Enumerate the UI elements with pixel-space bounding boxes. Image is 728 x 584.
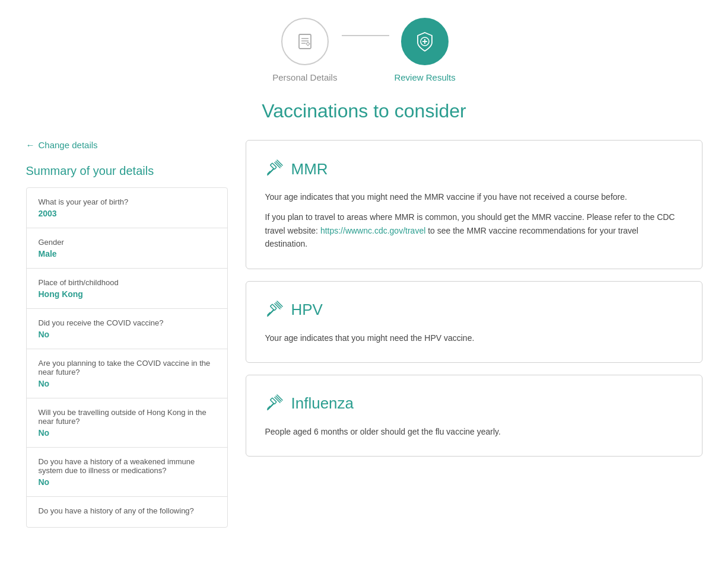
vaccine-paragraph: People aged 6 months or older should get… bbox=[265, 425, 683, 438]
stepper: Personal Details Review Results bbox=[0, 0, 728, 88]
step-label-personal: Personal Details bbox=[272, 72, 337, 82]
summary-item: Place of birth/childhood Hong Kong bbox=[27, 269, 227, 309]
change-details-link[interactable]: ← Change details bbox=[26, 140, 228, 150]
summary-question: Will you be travelling outside of Hong K… bbox=[39, 408, 215, 426]
svg-line-19 bbox=[268, 310, 274, 315]
summary-question: Did you receive the COVID vaccine? bbox=[39, 318, 215, 327]
vaccine-header-hpv: HPV bbox=[265, 299, 683, 321]
summary-title: Summary of your details bbox=[26, 164, 228, 178]
step-circle-review bbox=[401, 18, 449, 65]
svg-line-12 bbox=[268, 169, 274, 174]
summary-question: Are you planning to take the COVID vacci… bbox=[39, 359, 215, 376]
vaccine-paragraph: Your age indicates that you might need t… bbox=[265, 190, 683, 203]
summary-card: What is your year of birth? 2003 Gender … bbox=[26, 187, 228, 528]
vaccine-body-hpv: Your age indicates that you might need t… bbox=[265, 331, 683, 344]
summary-question: Gender bbox=[39, 238, 215, 247]
vaccine-card-mmr: MMR Your age indicates that you might ne… bbox=[246, 140, 702, 269]
arrow-left-icon: ← bbox=[26, 140, 35, 150]
summary-answer: 2003 bbox=[39, 209, 215, 218]
vaccine-paragraph: Your age indicates that you might need t… bbox=[265, 331, 683, 344]
vaccine-paragraph: If you plan to travel to areas where MMR… bbox=[265, 210, 683, 250]
summary-item: Do you have a history of any of the foll… bbox=[27, 497, 227, 527]
step-review-results: Review Results bbox=[394, 18, 455, 82]
syringe-icon bbox=[265, 158, 284, 180]
syringe-icon bbox=[265, 393, 284, 414]
summary-item: Do you have a history of a weakened immu… bbox=[27, 448, 227, 497]
summary-item: Will you be travelling outside of Hong K… bbox=[27, 398, 227, 448]
vaccine-name-influenza: Influenza bbox=[291, 394, 354, 413]
vaccine-header-mmr: MMR bbox=[265, 158, 683, 180]
step-circle-personal bbox=[281, 18, 329, 65]
summary-item: Are you planning to take the COVID vacci… bbox=[27, 349, 227, 398]
vaccine-name-mmr: MMR bbox=[291, 160, 328, 178]
vaccine-body-mmr: Your age indicates that you might need t… bbox=[265, 190, 683, 251]
step-connector bbox=[342, 35, 389, 36]
vaccine-link-mmr[interactable]: https://wwwnc.cdc.gov/travel bbox=[320, 226, 425, 235]
main-layout: ← Change details Summary of your details… bbox=[14, 140, 714, 528]
review-results-icon bbox=[413, 30, 437, 53]
syringe-icon bbox=[265, 299, 284, 321]
summary-question: Do you have a history of a weakened immu… bbox=[39, 457, 215, 475]
summary-item: What is your year of birth? 2003 bbox=[27, 188, 227, 228]
vaccine-name-hpv: HPV bbox=[291, 301, 323, 319]
summary-question: Place of birth/childhood bbox=[39, 278, 215, 287]
step-personal-details: Personal Details bbox=[272, 18, 337, 82]
svg-rect-0 bbox=[299, 34, 311, 49]
vaccines-section: MMR Your age indicates that you might ne… bbox=[246, 140, 702, 528]
summary-answer: Hong Kong bbox=[39, 289, 215, 299]
summary-question: Do you have a history of any of the foll… bbox=[39, 506, 215, 515]
summary-answer: No bbox=[39, 477, 215, 487]
sidebar: ← Change details Summary of your details… bbox=[26, 140, 228, 528]
svg-line-26 bbox=[268, 404, 274, 409]
summary-answer: No bbox=[39, 428, 215, 438]
summary-answer: No bbox=[39, 330, 215, 339]
summary-item: Gender Male bbox=[27, 228, 227, 269]
personal-details-icon bbox=[294, 31, 316, 52]
page-title: Vaccinations to consider bbox=[0, 100, 728, 122]
summary-answer: Male bbox=[39, 249, 215, 259]
summary-question: What is your year of birth? bbox=[39, 197, 215, 206]
change-details-label: Change details bbox=[39, 140, 98, 150]
vaccine-body-influenza: People aged 6 months or older should get… bbox=[265, 425, 683, 438]
summary-answer: No bbox=[39, 379, 215, 388]
step-label-review: Review Results bbox=[394, 72, 455, 82]
vaccine-card-hpv: HPV Your age indicates that you might ne… bbox=[246, 281, 702, 363]
vaccine-card-influenza: Influenza People aged 6 months or older … bbox=[246, 375, 702, 457]
summary-item: Did you receive the COVID vaccine? No bbox=[27, 309, 227, 349]
vaccine-header-influenza: Influenza bbox=[265, 393, 683, 414]
